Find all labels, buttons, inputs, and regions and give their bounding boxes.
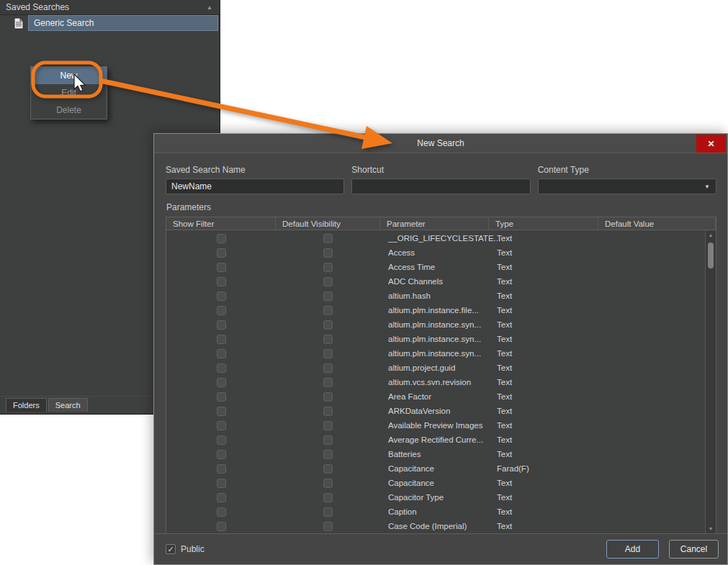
default-visibility-checkbox[interactable] xyxy=(323,277,333,286)
scrollbar-thumb[interactable] xyxy=(708,243,714,268)
table-row[interactable]: Case Code (Imperial) Text xyxy=(166,519,705,533)
default-visibility-checkbox[interactable] xyxy=(323,493,333,502)
show-filter-checkbox[interactable] xyxy=(217,263,226,272)
show-filter-checkbox[interactable] xyxy=(217,320,226,330)
tab-folders[interactable]: Folders xyxy=(6,398,47,412)
show-filter-checkbox[interactable] xyxy=(217,378,226,387)
show-filter-checkbox[interactable] xyxy=(217,306,226,315)
saved-search-item[interactable]: Generic Search xyxy=(0,15,220,31)
table-row[interactable]: Capacitance Farad(F) xyxy=(166,461,705,476)
table-row[interactable]: Caption Text xyxy=(166,505,705,519)
table-row[interactable]: altium.hash Text xyxy=(166,289,705,303)
table-row[interactable]: __ORIG_LIFECYCLESTATE... Text xyxy=(166,231,705,245)
add-button[interactable]: Add xyxy=(606,540,659,559)
default-visibility-checkbox[interactable] xyxy=(323,407,333,416)
table-row[interactable]: Average Rectified Curre... Text xyxy=(166,433,705,447)
new-search-dialog: New Search ✕ Saved Search Name Shortcut … xyxy=(153,133,728,565)
column-header-type[interactable]: Type xyxy=(489,217,598,230)
default-visibility-checkbox[interactable] xyxy=(323,378,333,387)
table-row[interactable]: Capacitor Type Text xyxy=(166,490,705,505)
table-row[interactable]: altium.plm.instance.syn... Text xyxy=(166,346,705,361)
cancel-button[interactable]: Cancel xyxy=(669,540,719,559)
show-filter-checkbox[interactable] xyxy=(217,291,226,301)
table-row[interactable]: altium.plm.instance.syn... Text xyxy=(166,317,705,332)
table-row[interactable]: Area Factor Text xyxy=(166,389,705,404)
default-visibility-checkbox[interactable] xyxy=(323,363,333,373)
table-row[interactable]: ADC Channels Text xyxy=(166,274,705,289)
show-filter-checkbox[interactable] xyxy=(217,435,226,445)
show-filter-checkbox[interactable] xyxy=(217,522,226,531)
table-row[interactable]: Access Text xyxy=(166,245,705,260)
parameter-name: altium.plm.instance.file... xyxy=(380,306,489,315)
close-button[interactable]: ✕ xyxy=(696,135,726,153)
show-filter-checkbox[interactable] xyxy=(217,507,226,517)
parameter-type: Text xyxy=(489,263,598,271)
show-filter-cell xyxy=(166,349,276,358)
show-filter-checkbox[interactable] xyxy=(217,479,226,488)
scroll-down-icon[interactable]: ▼ xyxy=(706,525,716,533)
parameter-type: Text xyxy=(489,248,598,257)
default-visibility-checkbox[interactable] xyxy=(323,479,333,488)
parameter-type: Text xyxy=(489,450,598,458)
table-row[interactable]: Available Preview Images Text xyxy=(166,418,705,433)
show-filter-checkbox[interactable] xyxy=(217,392,226,402)
default-visibility-cell xyxy=(276,392,380,402)
table-row[interactable]: altium.vcs.svn.revision Text xyxy=(166,375,705,389)
table-row[interactable]: ARKDataVersion Text xyxy=(166,404,705,418)
public-checkbox-group[interactable]: ✓ Public xyxy=(166,544,205,554)
table-row[interactable]: altium.plm.instance.syn... Text xyxy=(166,332,705,346)
column-header-show-filter[interactable]: Show Filter xyxy=(166,217,276,230)
show-filter-checkbox[interactable] xyxy=(217,464,226,474)
scroll-up-icon[interactable]: ▲ xyxy=(706,231,716,240)
show-filter-cell xyxy=(166,378,276,387)
tab-search[interactable]: Search xyxy=(48,398,88,412)
default-visibility-checkbox[interactable] xyxy=(323,248,333,258)
parameters-table: Show Filter Default Visibility Parameter… xyxy=(166,217,716,534)
parameter-type: Text xyxy=(489,507,598,516)
menu-item-new[interactable]: New xyxy=(31,67,107,84)
table-row[interactable]: Batteries Text xyxy=(166,447,705,461)
default-visibility-checkbox[interactable] xyxy=(323,507,333,517)
default-visibility-checkbox[interactable] xyxy=(323,335,333,344)
default-visibility-checkbox[interactable] xyxy=(323,263,333,272)
show-filter-cell xyxy=(166,507,276,517)
dialog-titlebar[interactable]: New Search ✕ xyxy=(154,134,727,153)
default-visibility-checkbox[interactable] xyxy=(323,349,333,358)
column-header-default-visibility[interactable]: Default Visibility xyxy=(276,217,380,230)
table-row[interactable]: Capacitance Text xyxy=(166,476,705,490)
show-filter-checkbox[interactable] xyxy=(217,407,226,416)
default-visibility-checkbox[interactable] xyxy=(323,522,333,531)
default-visibility-checkbox[interactable] xyxy=(323,464,333,474)
public-checkbox[interactable]: ✓ xyxy=(166,544,176,554)
show-filter-checkbox[interactable] xyxy=(217,450,226,459)
default-visibility-checkbox[interactable] xyxy=(323,234,333,243)
show-filter-checkbox[interactable] xyxy=(217,363,226,373)
default-visibility-checkbox[interactable] xyxy=(323,291,333,301)
parameter-name: Available Preview Images xyxy=(380,421,489,430)
content-type-dropdown[interactable]: ▼ xyxy=(538,178,716,194)
default-visibility-checkbox[interactable] xyxy=(323,392,333,402)
default-visibility-checkbox[interactable] xyxy=(323,320,333,330)
default-visibility-checkbox[interactable] xyxy=(323,450,333,459)
parameter-name: __ORIG_LIFECYCLESTATE... xyxy=(380,234,489,243)
default-visibility-checkbox[interactable] xyxy=(323,306,333,315)
default-visibility-checkbox[interactable] xyxy=(323,435,333,445)
column-header-default-value[interactable]: Default Value xyxy=(598,217,716,230)
show-filter-checkbox[interactable] xyxy=(217,277,226,286)
collapse-panel-icon[interactable]: ▲ xyxy=(207,4,212,11)
table-row[interactable]: altium.plm.instance.file... Text xyxy=(166,303,705,317)
default-visibility-checkbox[interactable] xyxy=(323,421,333,430)
table-row[interactable]: altium.project.guid Text xyxy=(166,361,705,375)
shortcut-input[interactable] xyxy=(351,178,530,194)
vertical-scrollbar[interactable]: ▲ ▼ xyxy=(705,231,716,533)
show-filter-checkbox[interactable] xyxy=(217,234,226,243)
show-filter-checkbox[interactable] xyxy=(217,493,226,502)
table-row[interactable]: Access Time Text xyxy=(166,260,705,274)
column-header-parameter[interactable]: Parameter xyxy=(380,217,489,230)
show-filter-checkbox[interactable] xyxy=(217,335,226,344)
show-filter-checkbox[interactable] xyxy=(217,349,226,358)
show-filter-checkbox[interactable] xyxy=(217,421,226,430)
saved-search-name-input[interactable] xyxy=(166,178,344,194)
show-filter-checkbox[interactable] xyxy=(217,248,226,258)
saved-search-item-label[interactable]: Generic Search xyxy=(28,15,218,31)
